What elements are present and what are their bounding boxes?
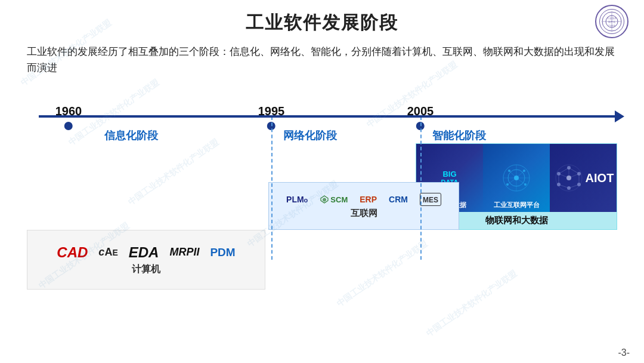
era-computer-box: CAD cAE EDA MRPII PDM 计算机 [27,230,265,290]
phase-informatization: 信息化阶段 [104,128,158,143]
pdm-logo: PDM [210,246,235,259]
mes-logo: MES [420,193,441,206]
university-logo: 工业技术 软件化 产业联盟 [595,5,633,43]
globe-icon [500,162,533,195]
svg-line-33 [559,168,569,174]
svg-line-28 [569,168,579,174]
dashed-line-1995 [271,116,273,260]
svg-line-36 [559,174,569,178]
scm-logo: SCM [320,195,348,204]
phase-networking: 网络化阶段 [283,128,337,143]
eda-logo: EDA [129,244,159,261]
internet-label: 互联网 [351,208,377,219]
computer-label: 计算机 [132,263,160,276]
subtitle-text: 工业软件的发展经历了相互叠加的三个阶段：信息化、网络化、智能化，分别伴随着计算机… [27,44,617,76]
aiot-title-label: AIOT [586,171,614,185]
page-number: -3- [618,347,630,358]
scm-icon [320,195,329,204]
timeline-line [39,115,617,118]
aiot-network-icon [553,162,586,195]
timeline-area: 1960 1995 2005 信息化阶段 网络化阶段 智能化阶段 [27,87,617,290]
era-internet-box: PLMo SCM ERP CRM [268,182,459,230]
phase-intelligence: 智能化阶段 [432,128,486,143]
crm-logo: CRM [389,194,408,205]
plm-logo: PLMo [286,194,308,205]
svg-line-30 [569,184,579,188]
svg-line-31 [559,184,569,188]
page-container: 工业软件发展阶段 工业软件的发展经历了相互叠加的三个阶段：信息化、网络化、智能化… [0,0,644,296]
cad-logo: CAD [57,244,88,261]
erp-logo: ERP [360,194,377,205]
svg-line-35 [569,174,579,178]
dashed-line-2005 [420,116,422,260]
year-dot-1960 [64,122,73,130]
internet-logos-row: PLMo SCM ERP CRM [286,193,441,206]
computer-logos-row: CAD cAE EDA MRPII PDM [57,244,235,261]
svg-line-17 [516,171,524,178]
cae-logo: cAE [98,246,117,259]
aiot-block: AIOT [550,144,617,212]
page-title: 工业软件发展阶段 [27,11,617,35]
mrpii-logo: MRPII [169,246,199,259]
iiot-block: 工业互联网平台 [483,144,550,212]
svg-line-16 [509,171,516,178]
iiot-label: 工业互联网平台 [483,201,550,210]
